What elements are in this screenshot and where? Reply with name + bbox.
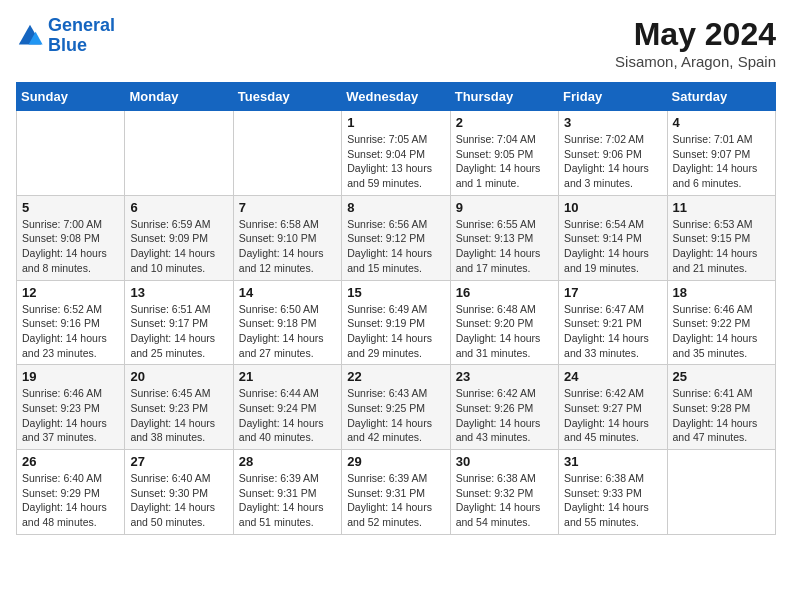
cell-info: Sunrise: 6:45 AM Sunset: 9:23 PM Dayligh… [130,386,227,445]
cell-info: Sunrise: 6:41 AM Sunset: 9:28 PM Dayligh… [673,386,770,445]
calendar-cell: 28Sunrise: 6:39 AM Sunset: 9:31 PM Dayli… [233,450,341,535]
calendar-cell: 21Sunrise: 6:44 AM Sunset: 9:24 PM Dayli… [233,365,341,450]
cell-info: Sunrise: 6:58 AM Sunset: 9:10 PM Dayligh… [239,217,336,276]
weekday-header-saturday: Saturday [667,83,775,111]
day-number: 3 [564,115,661,130]
weekday-header-sunday: Sunday [17,83,125,111]
calendar-cell [125,111,233,196]
weekday-header-friday: Friday [559,83,667,111]
title-block: May 2024 Sisamon, Aragon, Spain [615,16,776,70]
cell-info: Sunrise: 6:50 AM Sunset: 9:18 PM Dayligh… [239,302,336,361]
day-number: 11 [673,200,770,215]
page-header: General Blue May 2024 Sisamon, Aragon, S… [16,16,776,70]
day-number: 2 [456,115,553,130]
day-number: 8 [347,200,444,215]
weekday-header-tuesday: Tuesday [233,83,341,111]
cell-info: Sunrise: 6:54 AM Sunset: 9:14 PM Dayligh… [564,217,661,276]
calendar-week-1: 1Sunrise: 7:05 AM Sunset: 9:04 PM Daylig… [17,111,776,196]
calendar-cell: 31Sunrise: 6:38 AM Sunset: 9:33 PM Dayli… [559,450,667,535]
cell-info: Sunrise: 7:05 AM Sunset: 9:04 PM Dayligh… [347,132,444,191]
cell-info: Sunrise: 6:46 AM Sunset: 9:23 PM Dayligh… [22,386,119,445]
day-number: 6 [130,200,227,215]
cell-info: Sunrise: 6:46 AM Sunset: 9:22 PM Dayligh… [673,302,770,361]
weekday-header-monday: Monday [125,83,233,111]
calendar-cell: 11Sunrise: 6:53 AM Sunset: 9:15 PM Dayli… [667,195,775,280]
cell-info: Sunrise: 6:42 AM Sunset: 9:27 PM Dayligh… [564,386,661,445]
cell-info: Sunrise: 6:52 AM Sunset: 9:16 PM Dayligh… [22,302,119,361]
day-number: 26 [22,454,119,469]
cell-info: Sunrise: 6:38 AM Sunset: 9:33 PM Dayligh… [564,471,661,530]
cell-info: Sunrise: 6:43 AM Sunset: 9:25 PM Dayligh… [347,386,444,445]
month-title: May 2024 [615,16,776,53]
day-number: 9 [456,200,553,215]
day-number: 30 [456,454,553,469]
cell-info: Sunrise: 6:44 AM Sunset: 9:24 PM Dayligh… [239,386,336,445]
day-number: 23 [456,369,553,384]
calendar-cell: 14Sunrise: 6:50 AM Sunset: 9:18 PM Dayli… [233,280,341,365]
day-number: 12 [22,285,119,300]
calendar-cell: 27Sunrise: 6:40 AM Sunset: 9:30 PM Dayli… [125,450,233,535]
calendar-cell: 16Sunrise: 6:48 AM Sunset: 9:20 PM Dayli… [450,280,558,365]
calendar-week-3: 12Sunrise: 6:52 AM Sunset: 9:16 PM Dayli… [17,280,776,365]
calendar-cell: 12Sunrise: 6:52 AM Sunset: 9:16 PM Dayli… [17,280,125,365]
cell-info: Sunrise: 7:04 AM Sunset: 9:05 PM Dayligh… [456,132,553,191]
cell-info: Sunrise: 6:40 AM Sunset: 9:29 PM Dayligh… [22,471,119,530]
day-number: 4 [673,115,770,130]
day-number: 15 [347,285,444,300]
calendar-cell: 30Sunrise: 6:38 AM Sunset: 9:32 PM Dayli… [450,450,558,535]
calendar-cell: 8Sunrise: 6:56 AM Sunset: 9:12 PM Daylig… [342,195,450,280]
cell-info: Sunrise: 6:39 AM Sunset: 9:31 PM Dayligh… [347,471,444,530]
calendar-cell: 26Sunrise: 6:40 AM Sunset: 9:29 PM Dayli… [17,450,125,535]
logo-icon [16,22,44,50]
calendar-header: SundayMondayTuesdayWednesdayThursdayFrid… [17,83,776,111]
day-number: 17 [564,285,661,300]
calendar-cell: 1Sunrise: 7:05 AM Sunset: 9:04 PM Daylig… [342,111,450,196]
day-number: 7 [239,200,336,215]
day-number: 24 [564,369,661,384]
day-number: 20 [130,369,227,384]
cell-info: Sunrise: 6:47 AM Sunset: 9:21 PM Dayligh… [564,302,661,361]
cell-info: Sunrise: 6:48 AM Sunset: 9:20 PM Dayligh… [456,302,553,361]
cell-info: Sunrise: 6:53 AM Sunset: 9:15 PM Dayligh… [673,217,770,276]
calendar-cell: 25Sunrise: 6:41 AM Sunset: 9:28 PM Dayli… [667,365,775,450]
day-number: 22 [347,369,444,384]
calendar-cell [17,111,125,196]
calendar-cell: 23Sunrise: 6:42 AM Sunset: 9:26 PM Dayli… [450,365,558,450]
logo-text: General Blue [48,16,115,56]
day-number: 5 [22,200,119,215]
calendar: SundayMondayTuesdayWednesdayThursdayFrid… [16,82,776,535]
day-number: 18 [673,285,770,300]
calendar-week-5: 26Sunrise: 6:40 AM Sunset: 9:29 PM Dayli… [17,450,776,535]
logo: General Blue [16,16,115,56]
cell-info: Sunrise: 6:59 AM Sunset: 9:09 PM Dayligh… [130,217,227,276]
calendar-week-4: 19Sunrise: 6:46 AM Sunset: 9:23 PM Dayli… [17,365,776,450]
calendar-cell: 19Sunrise: 6:46 AM Sunset: 9:23 PM Dayli… [17,365,125,450]
calendar-cell: 9Sunrise: 6:55 AM Sunset: 9:13 PM Daylig… [450,195,558,280]
day-number: 27 [130,454,227,469]
location: Sisamon, Aragon, Spain [615,53,776,70]
day-number: 31 [564,454,661,469]
cell-info: Sunrise: 6:42 AM Sunset: 9:26 PM Dayligh… [456,386,553,445]
day-number: 28 [239,454,336,469]
day-number: 14 [239,285,336,300]
cell-info: Sunrise: 6:56 AM Sunset: 9:12 PM Dayligh… [347,217,444,276]
cell-info: Sunrise: 6:39 AM Sunset: 9:31 PM Dayligh… [239,471,336,530]
day-number: 1 [347,115,444,130]
calendar-cell: 17Sunrise: 6:47 AM Sunset: 9:21 PM Dayli… [559,280,667,365]
calendar-cell: 20Sunrise: 6:45 AM Sunset: 9:23 PM Dayli… [125,365,233,450]
day-number: 16 [456,285,553,300]
calendar-cell: 3Sunrise: 7:02 AM Sunset: 9:06 PM Daylig… [559,111,667,196]
cell-info: Sunrise: 6:51 AM Sunset: 9:17 PM Dayligh… [130,302,227,361]
cell-info: Sunrise: 6:49 AM Sunset: 9:19 PM Dayligh… [347,302,444,361]
calendar-cell: 22Sunrise: 6:43 AM Sunset: 9:25 PM Dayli… [342,365,450,450]
calendar-week-2: 5Sunrise: 7:00 AM Sunset: 9:08 PM Daylig… [17,195,776,280]
calendar-cell: 18Sunrise: 6:46 AM Sunset: 9:22 PM Dayli… [667,280,775,365]
calendar-cell: 7Sunrise: 6:58 AM Sunset: 9:10 PM Daylig… [233,195,341,280]
calendar-cell: 5Sunrise: 7:00 AM Sunset: 9:08 PM Daylig… [17,195,125,280]
day-number: 19 [22,369,119,384]
day-number: 29 [347,454,444,469]
cell-info: Sunrise: 6:38 AM Sunset: 9:32 PM Dayligh… [456,471,553,530]
calendar-cell: 2Sunrise: 7:04 AM Sunset: 9:05 PM Daylig… [450,111,558,196]
calendar-cell: 10Sunrise: 6:54 AM Sunset: 9:14 PM Dayli… [559,195,667,280]
day-number: 21 [239,369,336,384]
